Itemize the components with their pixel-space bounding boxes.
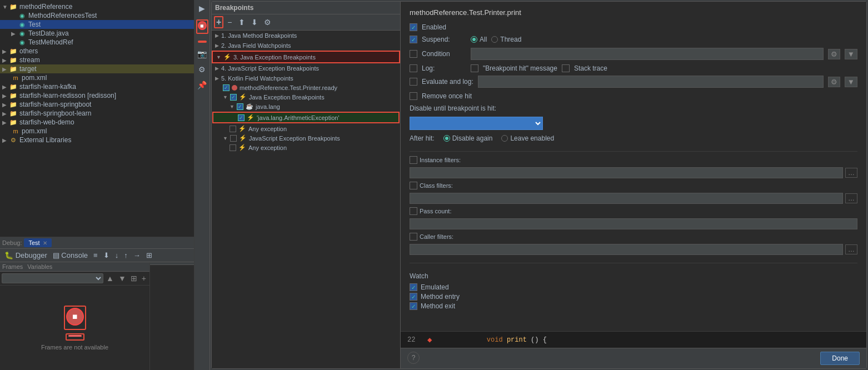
tree-item-redisson[interactable]: ▶ 📁 starfish-learn-redisson [redisson] <box>0 91 194 100</box>
tree-item-webdemo[interactable]: ▶ 📁 starfish-web-demo <box>0 118 194 127</box>
frames-tab[interactable]: Frames <box>2 263 23 270</box>
bp-settings-btn[interactable]: ⚙ <box>262 17 273 28</box>
bp-group-java-exception[interactable]: ▼ ⚡ Java Exception Breakpoints <box>212 92 400 102</box>
stack-checkbox[interactable] <box>562 64 570 72</box>
tree-item-kafka[interactable]: ▶ 📁 starfish-learn-kafka <box>0 82 194 91</box>
tree-item-pom2[interactable]: m pom.xml <box>0 127 194 136</box>
run-btn[interactable]: ▶ <box>197 2 207 14</box>
done-button[interactable]: Done <box>820 352 860 365</box>
tree-item-testdate[interactable]: ▶ ◉ TestDate.java <box>0 29 194 38</box>
pass-count-input[interactable] <box>410 218 857 229</box>
frames-down-btn[interactable]: ▼ <box>117 273 128 283</box>
tree-item-springbootlearn[interactable]: ▶ 📁 starfish-springboot-learn <box>0 109 194 118</box>
category-java-exception[interactable]: ▼ ⚡ 3. Java Exception Breakpoints <box>212 51 400 63</box>
category-java-field[interactable]: ▶ 2. Java Field Watchpoints <box>212 41 400 51</box>
bp-checkbox[interactable] <box>230 135 237 142</box>
radio-all[interactable]: All <box>471 36 487 43</box>
tree-item-others[interactable]: ▶ 📁 others <box>0 47 194 56</box>
eval-checkbox[interactable] <box>410 78 417 86</box>
tree-item-stream[interactable]: ▶ 📁 stream <box>0 56 194 64</box>
tree-item-methodReference[interactable]: ▼ 📁 methodReference <box>0 2 194 11</box>
condition-input[interactable] <box>471 48 824 60</box>
category-js-exception[interactable]: ▶ 4. JavaScript Exception Breakpoints <box>212 63 400 73</box>
bp-checkbox[interactable] <box>223 84 230 91</box>
debug-tab-test[interactable]: Test ✕ <box>24 238 51 247</box>
disable-until-select[interactable] <box>410 117 543 130</box>
bp-checkbox[interactable] <box>230 126 236 132</box>
bph-checkbox[interactable] <box>471 64 478 72</box>
enabled-checkbox[interactable] <box>410 23 417 31</box>
radio-leave-enabled[interactable]: Leave enabled <box>501 134 554 142</box>
frames-up-btn[interactable]: ▲ <box>104 273 116 283</box>
code-line-number: 22 <box>407 336 421 344</box>
export-breakpoints-btn[interactable]: ⬆ <box>236 17 247 28</box>
bp-checkbox[interactable] <box>230 94 237 101</box>
tree-item-target[interactable]: ▶ 📁 target <box>0 64 194 73</box>
bp-group-js-exception[interactable]: ▼ ⚡ JavaScript Exception Breakpoints <box>212 133 400 143</box>
bp-checkbox[interactable] <box>238 114 245 121</box>
tree-item-ext-libs[interactable]: ▶ ⚙ External Libraries <box>0 136 194 144</box>
list-btn[interactable]: ≡ <box>91 250 100 261</box>
console-btn[interactable]: ▤ Console <box>51 250 90 261</box>
evaluate-btn[interactable]: ⊞ <box>144 250 154 261</box>
settings-btn[interactable]: ⚙ <box>197 63 207 76</box>
help-button[interactable]: ? <box>407 352 420 364</box>
bp-checkbox[interactable] <box>237 103 243 110</box>
category-java-method[interactable]: ▶ 1. Java Method Breakpoints <box>212 31 400 41</box>
variables-tab[interactable]: Variables <box>27 263 52 270</box>
tree-item-MethodReferencesTest[interactable]: ◉ MethodReferencesTest <box>0 11 194 20</box>
class-filter-btn[interactable]: … <box>845 193 857 203</box>
instance-filter-btn[interactable]: … <box>845 168 857 178</box>
add-breakpoint-btn[interactable]: + <box>214 16 223 28</box>
caller-checkbox[interactable] <box>410 233 417 241</box>
eval-settings-btn[interactable]: ⚙ <box>828 77 840 87</box>
tree-item-testmethodref[interactable]: ◉ TestMethodRef <box>0 38 194 47</box>
import-breakpoints-btn[interactable]: ⬇ <box>249 17 260 28</box>
condition-checkbox[interactable] <box>410 50 417 58</box>
step-into-btn[interactable]: ↓ <box>113 250 121 261</box>
step-out-btn[interactable]: ↑ <box>122 250 130 261</box>
remove-breakpoint-btn[interactable]: − <box>225 17 234 28</box>
pass-count-checkbox[interactable] <box>410 207 417 215</box>
frame-select[interactable] <box>2 273 103 283</box>
instance-checkbox[interactable] <box>410 156 417 164</box>
eval-input[interactable] <box>478 76 824 88</box>
pause-btn[interactable] <box>196 39 208 44</box>
pin-btn[interactable]: 📌 <box>196 79 208 91</box>
bp-group-java-lang[interactable]: ▼ ☕ java.lang <box>212 102 400 111</box>
emulated-checkbox[interactable] <box>410 283 417 291</box>
step-over-btn[interactable]: ⬇ <box>101 250 112 261</box>
tree-item-test[interactable]: ◉ Test <box>0 20 194 29</box>
debugger-btn[interactable]: 🐛 Debugger <box>2 250 49 261</box>
bp-item-any-exception-1[interactable]: ⚡ Any exception <box>212 124 400 133</box>
frames-add-btn[interactable]: + <box>140 273 148 283</box>
log-checkbox[interactable] <box>410 64 417 72</box>
stop-debug-btn[interactable]: ◼ <box>194 18 210 36</box>
bp-item-arithmetic[interactable]: ⚡ 'java.lang.ArithmeticException' <box>212 112 400 123</box>
radio-disable-again[interactable]: Disable again <box>443 134 497 142</box>
expand-arrow: ▶ <box>2 137 9 143</box>
remove-once-checkbox[interactable] <box>410 92 417 100</box>
class-checkbox[interactable] <box>410 182 417 189</box>
instance-filter-input[interactable] <box>410 167 843 178</box>
method-exit-checkbox[interactable] <box>410 302 417 310</box>
radio-thread[interactable]: Thread <box>491 36 521 43</box>
camera-btn[interactable]: 📷 <box>196 48 208 60</box>
suspend-checkbox[interactable] <box>410 36 417 43</box>
tree-item-pom1[interactable]: m pom.xml <box>0 73 194 82</box>
bp-checkbox[interactable] <box>230 144 236 151</box>
bp-item-any-exception-2[interactable]: ⚡ Any exception <box>212 143 400 152</box>
condition-expand-btn[interactable]: ▼ <box>845 49 857 59</box>
category-kotlin-field[interactable]: ▶ 5. Kotlin Field Watchpoints <box>212 73 400 83</box>
eval-expand-btn[interactable]: ▼ <box>845 77 857 87</box>
debug-tab-close[interactable]: ✕ <box>43 240 47 246</box>
frames-filter-btn[interactable]: ⊞ <box>129 273 139 283</box>
caller-filter-input[interactable] <box>410 244 843 255</box>
run-to-cursor-btn[interactable]: → <box>131 250 143 261</box>
caller-filter-btn[interactable]: … <box>845 244 857 254</box>
class-filter-input[interactable] <box>410 193 843 204</box>
bp-item-ready[interactable]: methodReference.Test.Printer.ready <box>212 83 400 92</box>
method-entry-checkbox[interactable] <box>410 293 417 301</box>
condition-settings-btn[interactable]: ⚙ <box>828 49 840 59</box>
tree-item-springboot[interactable]: ▶ 📁 starfish-learn-springboot <box>0 100 194 109</box>
